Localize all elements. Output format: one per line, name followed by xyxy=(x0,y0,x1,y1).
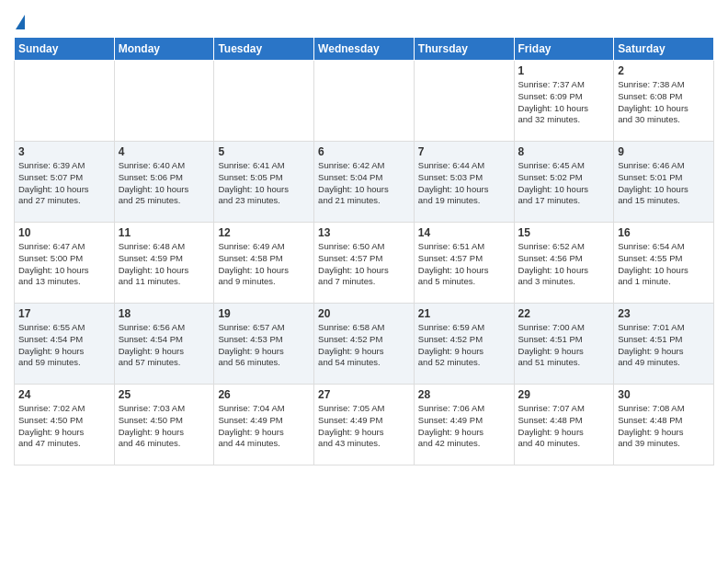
day-info: Sunrise: 6:42 AMSunset: 5:04 PMDaylight:… xyxy=(318,160,410,207)
day-number: 21 xyxy=(418,307,510,320)
calendar-cell: 3Sunrise: 6:39 AMSunset: 5:07 PMDaylight… xyxy=(15,142,115,223)
calendar-cell: 16Sunrise: 6:54 AMSunset: 4:55 PMDayligh… xyxy=(614,223,714,304)
calendar-week-1: 1Sunrise: 7:37 AMSunset: 6:09 PMDaylight… xyxy=(15,61,714,142)
calendar-cell: 5Sunrise: 6:41 AMSunset: 5:05 PMDaylight… xyxy=(214,142,314,223)
day-number: 26 xyxy=(218,388,310,401)
day-number: 13 xyxy=(318,226,410,239)
day-info: Sunrise: 7:01 AMSunset: 4:51 PMDaylight:… xyxy=(618,322,710,369)
calendar-week-4: 17Sunrise: 6:55 AMSunset: 4:54 PMDayligh… xyxy=(15,304,714,385)
calendar-cell: 22Sunrise: 7:00 AMSunset: 4:51 PMDayligh… xyxy=(514,304,614,385)
calendar-cell: 9Sunrise: 6:46 AMSunset: 5:01 PMDaylight… xyxy=(614,142,714,223)
calendar-cell xyxy=(214,61,314,142)
day-info: Sunrise: 6:48 AMSunset: 4:59 PMDaylight:… xyxy=(119,241,210,288)
calendar-cell: 27Sunrise: 7:05 AMSunset: 4:49 PMDayligh… xyxy=(314,385,415,465)
day-number: 30 xyxy=(618,388,710,401)
weekday-header-monday: Monday xyxy=(114,38,214,61)
day-number: 28 xyxy=(418,388,510,401)
day-number: 15 xyxy=(518,226,610,239)
calendar-cell xyxy=(114,61,214,142)
day-info: Sunrise: 7:05 AMSunset: 4:49 PMDaylight:… xyxy=(318,403,410,450)
day-number: 11 xyxy=(119,226,210,239)
day-number: 3 xyxy=(18,145,110,158)
calendar-cell: 26Sunrise: 7:04 AMSunset: 4:49 PMDayligh… xyxy=(214,385,314,465)
day-number: 1 xyxy=(518,64,610,77)
weekday-header-saturday: Saturday xyxy=(614,38,714,61)
calendar-week-3: 10Sunrise: 6:47 AMSunset: 5:00 PMDayligh… xyxy=(15,223,714,304)
calendar-cell: 13Sunrise: 6:50 AMSunset: 4:57 PMDayligh… xyxy=(314,223,415,304)
page: SundayMondayTuesdayWednesdayThursdayFrid… xyxy=(0,0,728,475)
calendar-cell: 18Sunrise: 6:56 AMSunset: 4:54 PMDayligh… xyxy=(114,304,214,385)
day-number: 27 xyxy=(318,388,410,401)
calendar-cell: 20Sunrise: 6:58 AMSunset: 4:52 PMDayligh… xyxy=(314,304,415,385)
calendar-week-2: 3Sunrise: 6:39 AMSunset: 5:07 PMDaylight… xyxy=(15,142,714,223)
day-number: 6 xyxy=(318,145,410,158)
calendar-cell: 4Sunrise: 6:40 AMSunset: 5:06 PMDaylight… xyxy=(114,142,214,223)
day-info: Sunrise: 6:50 AMSunset: 4:57 PMDaylight:… xyxy=(318,241,410,288)
calendar-table: SundayMondayTuesdayWednesdayThursdayFrid… xyxy=(14,37,714,465)
calendar-cell xyxy=(314,61,415,142)
day-info: Sunrise: 6:57 AMSunset: 4:53 PMDaylight:… xyxy=(218,322,310,369)
day-info: Sunrise: 6:45 AMSunset: 5:02 PMDaylight:… xyxy=(518,160,610,207)
day-info: Sunrise: 6:51 AMSunset: 4:57 PMDaylight:… xyxy=(418,241,510,288)
day-number: 29 xyxy=(518,388,610,401)
calendar-cell: 12Sunrise: 6:49 AMSunset: 4:58 PMDayligh… xyxy=(214,223,314,304)
calendar-cell: 10Sunrise: 6:47 AMSunset: 5:00 PMDayligh… xyxy=(15,223,115,304)
calendar-cell: 28Sunrise: 7:06 AMSunset: 4:49 PMDayligh… xyxy=(414,385,514,465)
day-number: 24 xyxy=(18,388,110,401)
weekday-header-thursday: Thursday xyxy=(414,38,514,61)
day-info: Sunrise: 6:58 AMSunset: 4:52 PMDaylight:… xyxy=(318,322,410,369)
day-number: 19 xyxy=(218,307,310,320)
day-number: 10 xyxy=(18,226,110,239)
calendar-cell: 23Sunrise: 7:01 AMSunset: 4:51 PMDayligh… xyxy=(614,304,714,385)
day-info: Sunrise: 6:52 AMSunset: 4:56 PMDaylight:… xyxy=(518,241,610,288)
calendar-cell: 8Sunrise: 6:45 AMSunset: 5:02 PMDaylight… xyxy=(514,142,614,223)
day-info: Sunrise: 6:56 AMSunset: 4:54 PMDaylight:… xyxy=(119,322,210,369)
calendar-header-row: SundayMondayTuesdayWednesdayThursdayFrid… xyxy=(15,38,714,61)
day-number: 14 xyxy=(418,226,510,239)
day-info: Sunrise: 6:47 AMSunset: 5:00 PMDaylight:… xyxy=(18,241,110,288)
day-number: 23 xyxy=(618,307,710,320)
day-info: Sunrise: 6:46 AMSunset: 5:01 PMDaylight:… xyxy=(618,160,710,207)
header xyxy=(14,9,714,31)
day-number: 17 xyxy=(18,307,110,320)
day-number: 18 xyxy=(119,307,210,320)
day-info: Sunrise: 7:08 AMSunset: 4:48 PMDaylight:… xyxy=(618,403,710,450)
day-number: 4 xyxy=(119,145,210,158)
day-info: Sunrise: 6:49 AMSunset: 4:58 PMDaylight:… xyxy=(218,241,310,288)
day-info: Sunrise: 7:00 AMSunset: 4:51 PMDaylight:… xyxy=(518,322,610,369)
day-info: Sunrise: 6:39 AMSunset: 5:07 PMDaylight:… xyxy=(18,160,110,207)
calendar-cell: 14Sunrise: 6:51 AMSunset: 4:57 PMDayligh… xyxy=(414,223,514,304)
day-number: 9 xyxy=(618,145,710,158)
day-info: Sunrise: 7:03 AMSunset: 4:50 PMDaylight:… xyxy=(119,403,210,450)
calendar-cell: 11Sunrise: 6:48 AMSunset: 4:59 PMDayligh… xyxy=(114,223,214,304)
calendar-cell: 15Sunrise: 6:52 AMSunset: 4:56 PMDayligh… xyxy=(514,223,614,304)
weekday-header-tuesday: Tuesday xyxy=(214,38,314,61)
day-info: Sunrise: 6:44 AMSunset: 5:03 PMDaylight:… xyxy=(418,160,510,207)
calendar-cell: 21Sunrise: 6:59 AMSunset: 4:52 PMDayligh… xyxy=(414,304,514,385)
day-info: Sunrise: 6:40 AMSunset: 5:06 PMDaylight:… xyxy=(119,160,210,207)
day-number: 20 xyxy=(318,307,410,320)
day-number: 5 xyxy=(218,145,310,158)
day-number: 16 xyxy=(618,226,710,239)
calendar-cell: 2Sunrise: 7:38 AMSunset: 6:08 PMDaylight… xyxy=(614,61,714,142)
calendar-cell: 6Sunrise: 6:42 AMSunset: 5:04 PMDaylight… xyxy=(314,142,415,223)
calendar-cell: 24Sunrise: 7:02 AMSunset: 4:50 PMDayligh… xyxy=(15,385,115,465)
day-number: 25 xyxy=(119,388,210,401)
day-number: 8 xyxy=(518,145,610,158)
weekday-header-friday: Friday xyxy=(514,38,614,61)
day-number: 2 xyxy=(618,64,710,77)
day-number: 7 xyxy=(418,145,510,158)
day-info: Sunrise: 7:38 AMSunset: 6:08 PMDaylight:… xyxy=(618,79,710,126)
logo xyxy=(14,15,25,31)
calendar-cell: 29Sunrise: 7:07 AMSunset: 4:48 PMDayligh… xyxy=(514,385,614,465)
day-number: 22 xyxy=(518,307,610,320)
day-info: Sunrise: 7:07 AMSunset: 4:48 PMDaylight:… xyxy=(518,403,610,450)
day-info: Sunrise: 6:59 AMSunset: 4:52 PMDaylight:… xyxy=(418,322,510,369)
calendar-cell: 19Sunrise: 6:57 AMSunset: 4:53 PMDayligh… xyxy=(214,304,314,385)
calendar-cell xyxy=(414,61,514,142)
day-info: Sunrise: 7:04 AMSunset: 4:49 PMDaylight:… xyxy=(218,403,310,450)
calendar-cell: 25Sunrise: 7:03 AMSunset: 4:50 PMDayligh… xyxy=(114,385,214,465)
calendar-week-5: 24Sunrise: 7:02 AMSunset: 4:50 PMDayligh… xyxy=(15,385,714,465)
day-number: 12 xyxy=(218,226,310,239)
calendar-cell: 17Sunrise: 6:55 AMSunset: 4:54 PMDayligh… xyxy=(15,304,115,385)
